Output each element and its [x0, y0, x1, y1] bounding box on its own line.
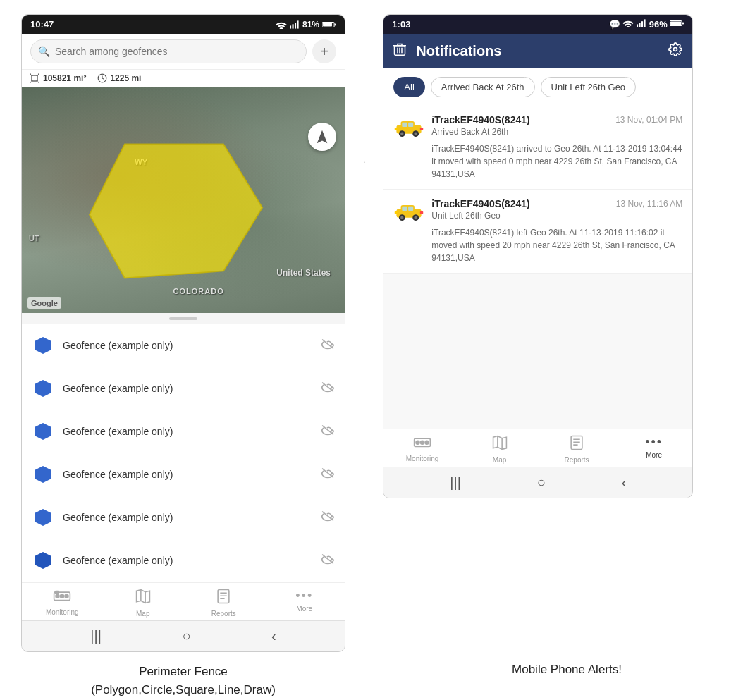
notifications-title: Notifications [416, 43, 658, 59]
device-name-2: iTrackEF4940S(8241) [431, 198, 529, 209]
right-nav-map[interactable]: Map [461, 435, 539, 464]
map-stats-bar: 105821 mi² 1225 mi [22, 70, 345, 87]
chip-unit-left[interactable]: Unit Left 26th Geo [541, 77, 637, 97]
svg-point-64 [425, 441, 429, 444]
right-monitoring-icon [413, 435, 431, 453]
notifications-header: Notifications [383, 34, 692, 68]
svg-point-18 [61, 594, 64, 598]
distance-stat: 1225 mi [97, 73, 141, 83]
search-wrapper: 🔍 [30, 39, 307, 63]
right-android-nav: ||| ○ ‹ [383, 467, 692, 498]
list-item[interactable]: Geofence (example only) [22, 367, 345, 410]
svg-point-62 [416, 441, 419, 444]
android-home-button[interactable]: ○ [182, 628, 190, 644]
notification-item-1[interactable]: iTrackEF4940S(8241) 13 Nov, 01:04 PM Arr… [383, 106, 692, 190]
svg-point-56 [400, 216, 403, 219]
right-more-icon: ••• [645, 435, 663, 450]
right-battery-text: 96% [649, 19, 668, 30]
timestamp-2: 13 Nov, 11:16 AM [616, 199, 683, 209]
right-caption-text: Mobile Phone Alerts! [512, 663, 622, 676]
separator-dot: . [360, 14, 369, 165]
right-map-label: Map [493, 456, 506, 464]
eye-off-icon-2[interactable] [321, 381, 335, 396]
nav-monitoring[interactable]: Monitoring [22, 589, 103, 618]
list-item[interactable]: Geofence (example only) [22, 453, 345, 496]
delete-icon[interactable] [393, 42, 406, 60]
right-map-icon [492, 435, 508, 455]
svg-marker-15 [35, 552, 51, 569]
svg-rect-59 [395, 211, 398, 214]
list-item[interactable]: Geofence (example only) [22, 410, 345, 453]
eye-off-icon-3[interactable] [321, 424, 335, 439]
captions-row: Perimeter Fence(Polygon,Circle,Square,Li… [0, 652, 743, 700]
chip-all[interactable]: All [393, 77, 424, 97]
svg-marker-11 [35, 380, 51, 397]
svg-rect-1 [292, 24, 293, 28]
svg-rect-29 [639, 23, 641, 27]
svg-rect-7 [32, 75, 37, 81]
geofence-icon-4 [32, 463, 54, 486]
left-caption: Perimeter Fence(Polygon,Circle,Square,Li… [21, 663, 345, 699]
svg-point-58 [415, 216, 417, 219]
list-item[interactable]: Geofence (example only) [22, 496, 345, 539]
right-android-back-button[interactable]: ‹ [622, 474, 627, 491]
empty-area [383, 274, 692, 429]
svg-rect-33 [682, 23, 684, 25]
geofence-name-5: Geofence (example only) [63, 512, 312, 523]
svg-rect-43 [403, 123, 407, 127]
svg-rect-50 [420, 128, 423, 130]
right-nav-more[interactable]: ••• More [615, 435, 693, 464]
android-recent-button[interactable]: ||| [90, 628, 102, 644]
map-icon [135, 589, 151, 608]
eye-off-icon-1[interactable] [321, 338, 335, 353]
right-caption: Mobile Phone Alerts! [412, 663, 722, 699]
search-input[interactable] [30, 39, 307, 63]
geofence-name-6: Geofence (example only) [63, 555, 312, 566]
right-nav-monitoring[interactable]: Monitoring [383, 435, 461, 464]
geofence-name-1: Geofence (example only) [63, 340, 312, 351]
right-android-home-button[interactable]: ○ [537, 474, 546, 491]
search-icon: 🔍 [38, 46, 50, 57]
nav-more[interactable]: ••• More [264, 589, 345, 618]
svg-marker-13 [35, 466, 51, 483]
right-android-recent-button[interactable]: ||| [450, 474, 461, 491]
notif-body-2: iTrackEF4940S(8241) left Geo 26th. At 11… [393, 226, 682, 264]
area-icon [29, 73, 40, 84]
subtitle-2: Unit Left 26th Geo [431, 211, 682, 221]
left-battery: 81% [302, 20, 319, 30]
list-item[interactable]: Geofence (example only) [22, 324, 345, 367]
left-status-bar: 10:47 81% [22, 15, 345, 34]
settings-icon[interactable] [668, 42, 682, 60]
timestamp-1: 13 Nov, 01:04 PM [615, 115, 682, 125]
google-watermark: Google [27, 297, 61, 309]
notification-item-2[interactable]: iTrackEF4940S(8241) 13 Nov, 11:16 AM Uni… [383, 190, 692, 274]
device-name-1: iTrackEF4940S(8241) [431, 114, 529, 125]
right-wifi-icon [622, 19, 634, 27]
notif-header-1: iTrackEF4940S(8241) 13 Nov, 01:04 PM Arr… [393, 114, 682, 140]
android-back-button[interactable]: ‹ [271, 628, 276, 644]
left-android-nav: ||| ○ ‹ [22, 620, 345, 651]
chip-arrived[interactable]: Arrived Back At 26th [431, 77, 535, 97]
svg-rect-31 [644, 19, 646, 27]
eye-off-icon-4[interactable] [321, 467, 335, 482]
nav-reports[interactable]: Reports [183, 589, 264, 618]
geofence-icon-2 [32, 377, 54, 400]
eye-off-icon-5[interactable] [321, 510, 335, 525]
left-phone: 10:47 81% [21, 14, 345, 652]
map-area[interactable]: WY UT COLORADO United States Google [22, 87, 345, 313]
svg-rect-49 [395, 128, 398, 130]
subtitle-1: Arrived Back At 26th [431, 127, 682, 137]
svg-marker-21 [136, 590, 149, 603]
right-nav-reports[interactable]: Reports [538, 435, 615, 464]
eye-off-icon-6[interactable] [321, 553, 335, 568]
right-bottom-nav: Monitoring Map [383, 429, 692, 467]
more-icon: ••• [295, 589, 313, 603]
nav-map[interactable]: Map [103, 589, 184, 618]
svg-marker-14 [35, 509, 51, 526]
location-button[interactable] [308, 123, 336, 151]
svg-point-19 [65, 594, 68, 598]
left-search-bar: 🔍 + [22, 34, 345, 70]
list-item[interactable]: Geofence (example only) [22, 539, 345, 582]
add-geofence-button[interactable]: + [312, 39, 336, 63]
reports-icon [216, 589, 231, 608]
